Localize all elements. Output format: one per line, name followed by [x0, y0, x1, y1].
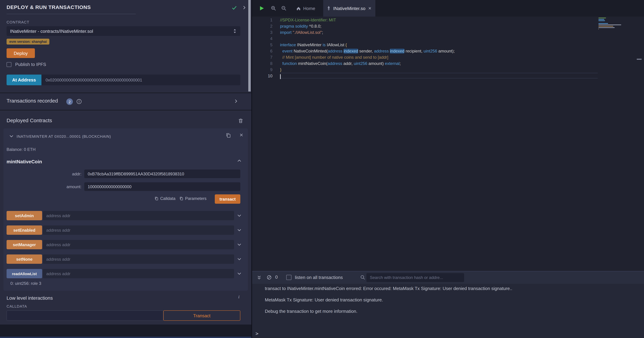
editor-scrollbar[interactable]	[635, 16, 644, 271]
code-line: //SPDX-License-Identifier: MIT	[280, 17, 598, 23]
addr-arg-label: addr:	[52, 172, 82, 176]
home-icon	[296, 6, 301, 10]
parameters-link-label: Parameters	[185, 196, 206, 201]
contract-collapse-icon[interactable]	[9, 134, 14, 138]
tab-inativeminter[interactable]: INativeMinter.sol	[323, 0, 375, 16]
code-content[interactable]: //SPDX-License-Identifier: MITpragma sol…	[280, 17, 598, 78]
deployed-contracts-title: Deployed Contracts	[6, 118, 52, 123]
copy-parameters-button[interactable]: Parameters	[179, 196, 206, 201]
chevron-up-icon[interactable]	[237, 158, 242, 163]
transact-button[interactable]: transact	[215, 194, 240, 204]
code-editor[interactable]: 12345678910 //SPDX-License-Identifier: M…	[252, 16, 644, 271]
editor-tabbar: Home INativeMinter.sol	[252, 0, 644, 16]
publish-ipfs-label: Publish to IPFS	[15, 62, 46, 67]
readAllowList-button[interactable]: readAllowList	[6, 269, 42, 278]
minimap-line	[598, 18, 606, 18]
minimap-line	[598, 24, 621, 25]
at-address-button[interactable]: At Address	[6, 74, 42, 85]
copy-icon	[154, 196, 158, 200]
terminal-log-line: Debug the transaction to get more inform…	[265, 309, 512, 314]
code-line	[280, 36, 598, 42]
chevron-down-icon[interactable]	[237, 213, 242, 218]
line-number: 1	[252, 17, 272, 23]
amount-arg-label: amount:	[52, 184, 82, 189]
calldata-section-label: CALLDATA	[6, 304, 27, 308]
close-icon[interactable]	[239, 132, 244, 138]
setManager-button[interactable]: setManager	[6, 240, 42, 249]
setEnabled-button[interactable]: setEnabled	[6, 226, 42, 235]
readAllowList-input[interactable]	[43, 269, 234, 278]
function-row: setAdmin	[6, 211, 245, 220]
panel-scrollbar[interactable]	[248, 0, 251, 92]
publish-ipfs-checkbox[interactable]	[6, 62, 12, 67]
line-number-gutter: 12345678910	[252, 17, 272, 79]
section-divider	[0, 110, 252, 110]
tab-home-label: Home	[303, 6, 315, 11]
remix-window: DEPLOY & RUN TRANSACTIONS CONTRACT INati…	[0, 0, 644, 338]
function-row: setNone	[6, 254, 245, 264]
line-number: 8	[252, 60, 272, 67]
text-cursor	[280, 74, 281, 79]
contract-select[interactable]: INativeMinter - contracts/INativeMinter.…	[6, 26, 240, 36]
setEnabled-input[interactable]	[43, 226, 234, 235]
chevron-down-icon[interactable]	[237, 228, 242, 232]
title-underline	[6, 14, 136, 14]
check-icon	[232, 5, 237, 10]
listen-all-label: listen on all transactions	[295, 275, 343, 280]
terminal-prompt[interactable]: >	[256, 331, 258, 336]
select-arrows-icon	[233, 28, 237, 34]
clear-console-icon[interactable]	[266, 275, 272, 280]
close-tab-icon[interactable]	[368, 6, 372, 10]
info-icon[interactable]	[76, 99, 82, 104]
amount-arg-input[interactable]	[84, 182, 240, 191]
chevron-down-icon[interactable]	[237, 256, 242, 261]
line-number: 9	[252, 67, 272, 73]
terminal-log-line: transact to INativeMinter.mintNativeCoin…	[265, 286, 512, 292]
copy-icon[interactable]	[226, 132, 231, 138]
chevron-down-icon[interactable]	[237, 242, 242, 247]
minimap-line	[598, 19, 604, 20]
minimap-line	[598, 22, 633, 22]
tab-home[interactable]: Home	[292, 0, 319, 16]
terminal-search-input[interactable]	[366, 273, 464, 282]
setAdmin-button[interactable]: setAdmin	[6, 211, 42, 220]
run-script-icon[interactable]	[259, 6, 264, 11]
info-icon[interactable]: i	[238, 294, 240, 300]
setManager-input[interactable]	[43, 240, 234, 249]
minimap-line	[598, 20, 605, 21]
minimap-line	[598, 30, 633, 31]
zoom-out-icon[interactable]	[281, 6, 286, 11]
at-address-input[interactable]	[42, 74, 240, 85]
chevron-down-icon[interactable]	[237, 271, 242, 276]
evm-version-badge: evm version: shanghai	[6, 39, 50, 44]
setNone-input[interactable]	[43, 254, 234, 264]
line-number: 3	[252, 29, 272, 36]
low-level-transact-button[interactable]: Transact	[163, 310, 240, 321]
line-number: 10	[252, 73, 272, 79]
setAdmin-input[interactable]	[43, 211, 234, 220]
line-number: 4	[252, 36, 272, 42]
zoom-in-icon[interactable]	[271, 6, 276, 11]
setNone-button[interactable]: setNone	[6, 254, 42, 264]
line-number: 6	[252, 48, 272, 54]
minimap[interactable]	[598, 18, 633, 32]
trash-icon[interactable]	[238, 118, 244, 124]
terminal-toolbar: 0 listen on all transactions	[252, 271, 644, 284]
section-divider	[0, 92, 252, 93]
transactions-expand-icon[interactable]	[234, 99, 238, 104]
collapse-terminal-icon[interactable]	[256, 275, 262, 280]
collapse-panel-icon[interactable]	[242, 5, 246, 10]
calldata-input[interactable]	[6, 310, 163, 321]
call-output: 0: uint256: role 3	[10, 281, 41, 286]
copy-calldata-button[interactable]: Calldata	[154, 196, 176, 201]
terminal: 0 listen on all transactions transact to…	[252, 271, 644, 338]
addr-arg-input[interactable]	[84, 170, 240, 178]
deploy-button[interactable]: Deploy	[6, 48, 35, 58]
listen-all-checkbox[interactable]	[286, 275, 292, 280]
copy-icon	[179, 196, 183, 200]
search-icon	[360, 275, 365, 280]
expanded-function-name: mintNativeCoin	[6, 159, 42, 164]
code-line: // Mint [amount] number of native coins …	[280, 54, 598, 60]
function-row: setEnabled	[6, 226, 245, 235]
low-level-title: Low level interactions	[6, 295, 53, 301]
